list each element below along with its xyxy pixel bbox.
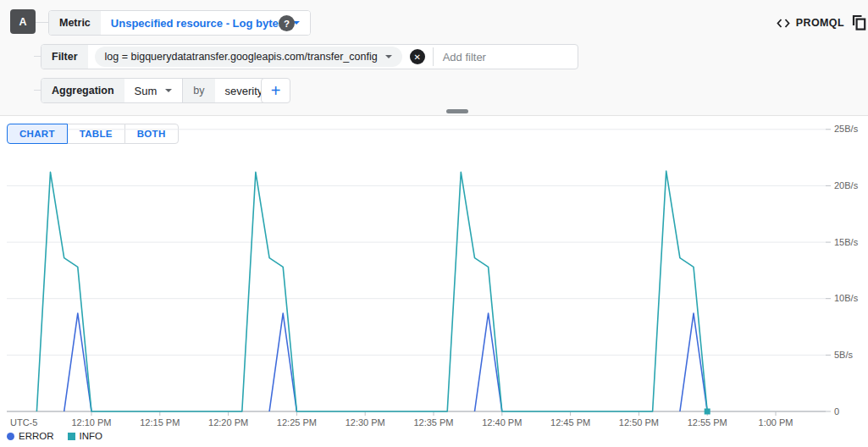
aggregation-by-value: severity	[225, 85, 263, 97]
legend-item-info[interactable]: INFO	[68, 431, 102, 441]
svg-text:12:30 PM: 12:30 PM	[346, 417, 385, 428]
legend-item-error[interactable]: ERROR	[7, 431, 54, 441]
aggregation-label: Aggregation	[41, 79, 124, 102]
metric-value: Unspecified resource - Log bytes	[111, 17, 285, 30]
filter-box: Filter log = bigquerydatatransfer.google…	[41, 44, 578, 69]
panel-resize-handle[interactable]	[446, 109, 468, 113]
aggregation-box: Aggregation Sum by severity	[41, 78, 289, 103]
svg-text:1:00 PM: 1:00 PM	[759, 417, 793, 428]
svg-text:12:25 PM: 12:25 PM	[277, 417, 317, 428]
legend-label: INFO	[80, 431, 102, 441]
connector-line	[34, 90, 41, 91]
svg-text:12:10 PM: 12:10 PM	[71, 417, 111, 428]
svg-text:5B/s: 5B/s	[834, 350, 854, 360]
connector-line	[34, 56, 41, 57]
metric-label: Metric	[49, 11, 101, 35]
connector-line	[36, 22, 48, 23]
svg-text:10B/s: 10B/s	[834, 293, 859, 303]
metric-box: Metric Unspecified resource - Log bytes	[48, 10, 311, 36]
log-bytes-chart[interactable]: 25B/s20B/s15B/s10B/s5B/s012:10 PM12:15 P…	[0, 119, 868, 432]
code-brackets-icon	[777, 19, 790, 28]
remove-filter-button[interactable]: ✕	[410, 49, 425, 64]
svg-text:12:55 PM: 12:55 PM	[688, 417, 727, 428]
svg-text:25B/s: 25B/s	[834, 124, 859, 134]
svg-text:12:45 PM: 12:45 PM	[550, 417, 590, 428]
promql-button[interactable]: PROMQL	[777, 10, 844, 36]
aggregation-function-dropdown[interactable]: Sum	[124, 79, 183, 102]
metrics-explorer: A Metric Unspecified resource - Log byte…	[0, 0, 868, 447]
legend-label: ERROR	[19, 431, 54, 441]
legend-circle-marker	[7, 433, 14, 440]
svg-text:12:15 PM: 12:15 PM	[140, 417, 180, 428]
tab-chart[interactable]: CHART	[7, 124, 68, 144]
chevron-down-icon	[385, 55, 392, 58]
svg-text:12:20 PM: 12:20 PM	[208, 417, 248, 428]
svg-text:0: 0	[834, 406, 839, 417]
query-row-badge: A	[10, 9, 36, 34]
aggregation-by-label: by	[183, 79, 214, 102]
svg-text:12:35 PM: 12:35 PM	[413, 417, 453, 428]
copy-icon[interactable]	[852, 14, 867, 30]
legend-square-marker	[68, 433, 75, 440]
promql-label: PROMQL	[796, 17, 844, 29]
chevron-down-icon	[165, 89, 172, 92]
filter-label: Filter	[41, 45, 88, 69]
divider	[433, 47, 434, 66]
add-filter-input[interactable]: Add filter	[443, 45, 486, 69]
filter-chip[interactable]: log = bigquerydatatransfer.googleapis.co…	[95, 47, 402, 67]
svg-text:20B/s: 20B/s	[834, 180, 859, 190]
filter-chip-text: log = bigquerydatatransfer.googleapis.co…	[105, 51, 378, 63]
svg-text:12:50 PM: 12:50 PM	[619, 417, 659, 428]
svg-text:UTC-5: UTC-5	[10, 417, 37, 428]
svg-text:15B/s: 15B/s	[834, 237, 859, 247]
aggregation-function-value: Sum	[135, 85, 158, 97]
add-aggregation-button[interactable]: +	[261, 78, 290, 103]
svg-text:12:40 PM: 12:40 PM	[482, 417, 522, 428]
chart-legend: ERRORINFO	[7, 431, 102, 441]
help-icon[interactable]: ?	[279, 15, 295, 31]
